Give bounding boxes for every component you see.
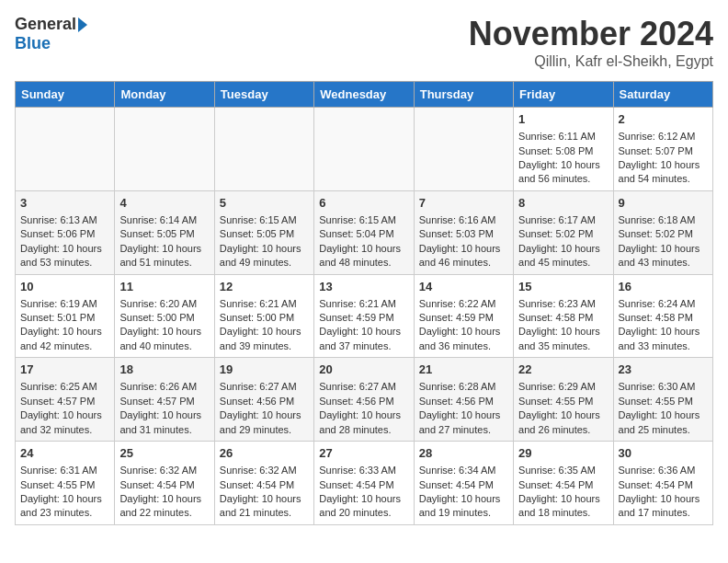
- day-info: Sunrise: 6:22 AM: [419, 297, 508, 311]
- calendar-cell: 29Sunrise: 6:35 AMSunset: 4:54 PMDayligh…: [514, 442, 613, 525]
- day-number: 1: [518, 111, 608, 128]
- calendar-cell: 23Sunrise: 6:30 AMSunset: 4:55 PMDayligh…: [613, 358, 712, 442]
- day-info: Sunset: 4:54 PM: [619, 478, 708, 492]
- calendar-cell: 24Sunrise: 6:31 AMSunset: 4:55 PMDayligh…: [16, 442, 115, 525]
- calendar-cell: 13Sunrise: 6:21 AMSunset: 4:59 PMDayligh…: [314, 274, 414, 358]
- day-info: Daylight: 10 hours and 29 minutes.: [220, 408, 309, 437]
- day-info: Sunset: 5:05 PM: [119, 227, 209, 241]
- title-area: November 2024 Qillin, Kafr el-Sheikh, Eg…: [469, 15, 713, 70]
- day-info: Sunset: 5:00 PM: [220, 311, 309, 325]
- calendar-cell: 5Sunrise: 6:15 AMSunset: 5:05 PMDaylight…: [214, 190, 313, 274]
- day-info: Sunrise: 6:13 AM: [20, 213, 109, 227]
- calendar-cell: 9Sunrise: 6:18 AMSunset: 5:02 PMDaylight…: [613, 190, 712, 274]
- day-info: Sunrise: 6:35 AM: [518, 464, 608, 477]
- day-info: Sunset: 4:54 PM: [220, 478, 309, 492]
- header-tuesday: Tuesday: [214, 82, 313, 108]
- day-info: Sunrise: 6:12 AM: [619, 130, 708, 144]
- day-info: Daylight: 10 hours and 39 minutes.: [220, 325, 309, 353]
- calendar-cell: 22Sunrise: 6:29 AMSunset: 4:55 PMDayligh…: [514, 358, 613, 442]
- day-info: Sunset: 4:57 PM: [20, 395, 109, 408]
- logo: General Blue: [15, 15, 87, 53]
- day-number: 12: [220, 279, 309, 295]
- day-info: Sunset: 4:54 PM: [319, 478, 408, 492]
- day-number: 8: [518, 195, 608, 212]
- day-number: 21: [419, 362, 508, 378]
- day-info: Sunset: 5:04 PM: [319, 227, 408, 241]
- header-sunday: Sunday: [16, 82, 115, 108]
- day-number: 4: [119, 195, 209, 212]
- day-info: Sunrise: 6:29 AM: [518, 380, 608, 394]
- day-number: 7: [419, 195, 508, 212]
- day-number: 25: [119, 445, 209, 462]
- day-info: Sunrise: 6:32 AM: [119, 464, 209, 477]
- calendar-table: SundayMondayTuesdayWednesdayThursdayFrid…: [15, 81, 713, 525]
- day-info: Sunset: 5:01 PM: [20, 311, 109, 325]
- calendar-cell: 17Sunrise: 6:25 AMSunset: 4:57 PMDayligh…: [16, 358, 115, 442]
- day-info: Sunset: 4:56 PM: [419, 395, 508, 408]
- day-number: 23: [619, 362, 708, 378]
- day-info: Daylight: 10 hours and 54 minutes.: [619, 158, 708, 187]
- calendar-header-row: SundayMondayTuesdayWednesdayThursdayFrid…: [16, 82, 713, 108]
- day-info: Sunset: 4:54 PM: [119, 478, 209, 492]
- day-info: Sunrise: 6:31 AM: [20, 464, 109, 477]
- day-number: 20: [319, 362, 408, 378]
- day-info: Daylight: 10 hours and 28 minutes.: [319, 408, 408, 437]
- day-number: 17: [20, 362, 109, 378]
- day-info: Sunrise: 6:21 AM: [319, 297, 408, 311]
- calendar-cell: 7Sunrise: 6:16 AMSunset: 5:03 PMDaylight…: [414, 190, 513, 274]
- day-info: Sunset: 5:00 PM: [119, 311, 209, 325]
- day-info: Sunset: 5:03 PM: [419, 227, 508, 241]
- day-info: Sunrise: 6:18 AM: [619, 213, 708, 227]
- calendar-cell: 15Sunrise: 6:23 AMSunset: 4:58 PMDayligh…: [514, 274, 613, 358]
- calendar-cell: 3Sunrise: 6:13 AMSunset: 5:06 PMDaylight…: [16, 190, 115, 274]
- day-number: 24: [20, 445, 109, 462]
- day-number: 2: [619, 111, 708, 128]
- day-info: Daylight: 10 hours and 21 minutes.: [220, 492, 309, 521]
- calendar-cell: 14Sunrise: 6:22 AMSunset: 4:59 PMDayligh…: [414, 274, 513, 358]
- day-info: Daylight: 10 hours and 17 minutes.: [619, 492, 708, 521]
- week-row-0: 1Sunrise: 6:11 AMSunset: 5:08 PMDaylight…: [16, 108, 713, 191]
- logo-general-text: General: [15, 15, 76, 34]
- day-info: Sunrise: 6:14 AM: [119, 213, 209, 227]
- day-number: 28: [419, 445, 508, 462]
- day-info: Sunrise: 6:27 AM: [220, 380, 309, 394]
- header: General Blue November 2024 Qillin, Kafr …: [15, 15, 713, 70]
- calendar-cell: [16, 108, 115, 191]
- day-number: 16: [619, 279, 708, 295]
- day-info: Daylight: 10 hours and 46 minutes.: [419, 242, 508, 270]
- day-info: Sunrise: 6:23 AM: [518, 297, 608, 311]
- calendar-cell: 28Sunrise: 6:34 AMSunset: 4:54 PMDayligh…: [414, 442, 513, 525]
- day-number: 6: [319, 195, 408, 212]
- day-info: Daylight: 10 hours and 51 minutes.: [119, 242, 209, 270]
- calendar-cell: 4Sunrise: 6:14 AMSunset: 5:05 PMDaylight…: [115, 190, 214, 274]
- calendar-cell: [314, 108, 414, 191]
- day-info: Sunset: 4:54 PM: [518, 478, 608, 492]
- day-info: Daylight: 10 hours and 20 minutes.: [319, 492, 408, 521]
- day-info: Sunrise: 6:19 AM: [20, 297, 109, 311]
- calendar-cell: 19Sunrise: 6:27 AMSunset: 4:56 PMDayligh…: [214, 358, 313, 442]
- day-number: 11: [119, 279, 209, 295]
- calendar-cell: [414, 108, 513, 191]
- day-info: Daylight: 10 hours and 49 minutes.: [220, 242, 309, 270]
- day-number: 26: [220, 445, 309, 462]
- day-info: Sunrise: 6:16 AM: [419, 213, 508, 227]
- day-info: Sunset: 4:59 PM: [319, 311, 408, 325]
- day-info: Daylight: 10 hours and 23 minutes.: [20, 492, 109, 521]
- header-wednesday: Wednesday: [314, 82, 414, 108]
- day-info: Daylight: 10 hours and 25 minutes.: [619, 408, 708, 437]
- day-info: Daylight: 10 hours and 35 minutes.: [518, 325, 608, 353]
- day-info: Sunrise: 6:15 AM: [220, 213, 309, 227]
- calendar-cell: 2Sunrise: 6:12 AMSunset: 5:07 PMDaylight…: [613, 108, 712, 191]
- day-info: Sunset: 4:55 PM: [20, 478, 109, 492]
- day-info: Sunrise: 6:25 AM: [20, 380, 109, 394]
- calendar-cell: [115, 108, 214, 191]
- day-info: Daylight: 10 hours and 37 minutes.: [319, 325, 408, 353]
- day-info: Sunrise: 6:33 AM: [319, 464, 408, 477]
- calendar-cell: 20Sunrise: 6:27 AMSunset: 4:56 PMDayligh…: [314, 358, 414, 442]
- day-info: Sunrise: 6:26 AM: [119, 380, 209, 394]
- day-info: Sunrise: 6:27 AM: [319, 380, 408, 394]
- header-friday: Friday: [514, 82, 613, 108]
- day-info: Daylight: 10 hours and 18 minutes.: [518, 492, 608, 521]
- calendar-cell: 1Sunrise: 6:11 AMSunset: 5:08 PMDaylight…: [514, 108, 613, 191]
- day-number: 30: [619, 445, 708, 462]
